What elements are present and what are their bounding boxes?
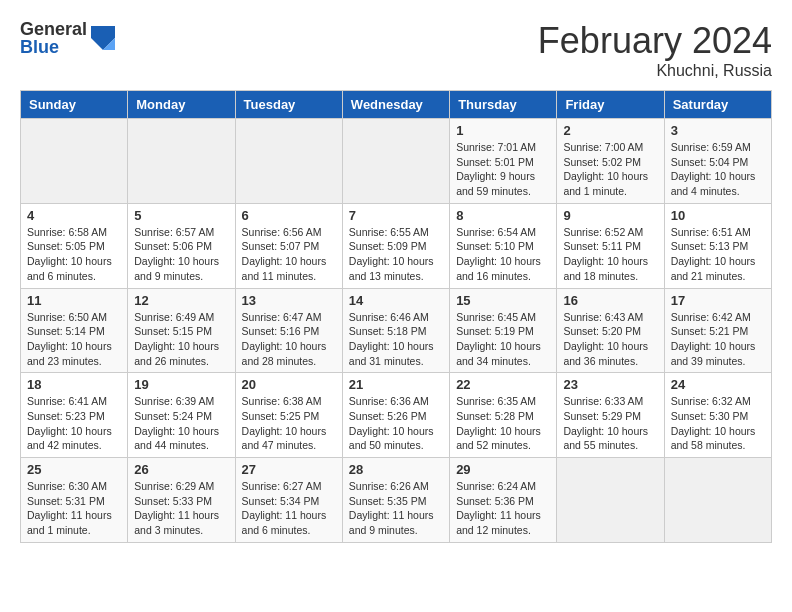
day-number: 1 <box>456 123 550 138</box>
day-number: 4 <box>27 208 121 223</box>
calendar-week-4: 18Sunrise: 6:41 AMSunset: 5:23 PMDayligh… <box>21 373 772 458</box>
logo: General Blue <box>20 20 115 56</box>
day-number: 7 <box>349 208 443 223</box>
day-info: Sunrise: 6:27 AMSunset: 5:34 PMDaylight:… <box>242 479 336 538</box>
calendar-header-thursday: Thursday <box>450 91 557 119</box>
calendar-header-friday: Friday <box>557 91 664 119</box>
calendar-header-wednesday: Wednesday <box>342 91 449 119</box>
page-header: General Blue February 2024 Khuchni, Russ… <box>20 20 772 80</box>
logo-general: General <box>20 20 87 38</box>
calendar-cell: 19Sunrise: 6:39 AMSunset: 5:24 PMDayligh… <box>128 373 235 458</box>
day-number: 18 <box>27 377 121 392</box>
calendar-cell: 23Sunrise: 6:33 AMSunset: 5:29 PMDayligh… <box>557 373 664 458</box>
calendar-cell: 11Sunrise: 6:50 AMSunset: 5:14 PMDayligh… <box>21 288 128 373</box>
calendar-cell <box>557 458 664 543</box>
day-info: Sunrise: 6:57 AMSunset: 5:06 PMDaylight:… <box>134 225 228 284</box>
day-info: Sunrise: 6:36 AMSunset: 5:26 PMDaylight:… <box>349 394 443 453</box>
calendar-cell: 2Sunrise: 7:00 AMSunset: 5:02 PMDaylight… <box>557 119 664 204</box>
calendar-header-monday: Monday <box>128 91 235 119</box>
day-number: 20 <box>242 377 336 392</box>
day-number: 17 <box>671 293 765 308</box>
day-info: Sunrise: 7:00 AMSunset: 5:02 PMDaylight:… <box>563 140 657 199</box>
calendar-cell: 22Sunrise: 6:35 AMSunset: 5:28 PMDayligh… <box>450 373 557 458</box>
day-number: 6 <box>242 208 336 223</box>
calendar-header-row: SundayMondayTuesdayWednesdayThursdayFrid… <box>21 91 772 119</box>
day-number: 22 <box>456 377 550 392</box>
calendar-cell: 21Sunrise: 6:36 AMSunset: 5:26 PMDayligh… <box>342 373 449 458</box>
day-info: Sunrise: 6:52 AMSunset: 5:11 PMDaylight:… <box>563 225 657 284</box>
calendar-cell <box>342 119 449 204</box>
day-number: 28 <box>349 462 443 477</box>
calendar-cell: 1Sunrise: 7:01 AMSunset: 5:01 PMDaylight… <box>450 119 557 204</box>
day-info: Sunrise: 6:32 AMSunset: 5:30 PMDaylight:… <box>671 394 765 453</box>
calendar-cell: 3Sunrise: 6:59 AMSunset: 5:04 PMDaylight… <box>664 119 771 204</box>
day-info: Sunrise: 6:50 AMSunset: 5:14 PMDaylight:… <box>27 310 121 369</box>
calendar-header-sunday: Sunday <box>21 91 128 119</box>
day-info: Sunrise: 6:39 AMSunset: 5:24 PMDaylight:… <box>134 394 228 453</box>
calendar-week-5: 25Sunrise: 6:30 AMSunset: 5:31 PMDayligh… <box>21 458 772 543</box>
day-number: 9 <box>563 208 657 223</box>
title-section: February 2024 Khuchni, Russia <box>538 20 772 80</box>
calendar-cell: 6Sunrise: 6:56 AMSunset: 5:07 PMDaylight… <box>235 203 342 288</box>
calendar-cell: 17Sunrise: 6:42 AMSunset: 5:21 PMDayligh… <box>664 288 771 373</box>
day-number: 25 <box>27 462 121 477</box>
day-info: Sunrise: 6:35 AMSunset: 5:28 PMDaylight:… <box>456 394 550 453</box>
calendar-cell: 27Sunrise: 6:27 AMSunset: 5:34 PMDayligh… <box>235 458 342 543</box>
day-number: 8 <box>456 208 550 223</box>
calendar-cell: 13Sunrise: 6:47 AMSunset: 5:16 PMDayligh… <box>235 288 342 373</box>
calendar-cell: 12Sunrise: 6:49 AMSunset: 5:15 PMDayligh… <box>128 288 235 373</box>
location: Khuchni, Russia <box>538 62 772 80</box>
day-number: 16 <box>563 293 657 308</box>
calendar-week-3: 11Sunrise: 6:50 AMSunset: 5:14 PMDayligh… <box>21 288 772 373</box>
day-info: Sunrise: 6:42 AMSunset: 5:21 PMDaylight:… <box>671 310 765 369</box>
calendar-header-saturday: Saturday <box>664 91 771 119</box>
calendar-header-tuesday: Tuesday <box>235 91 342 119</box>
day-info: Sunrise: 7:01 AMSunset: 5:01 PMDaylight:… <box>456 140 550 199</box>
calendar-cell <box>21 119 128 204</box>
day-number: 21 <box>349 377 443 392</box>
calendar-cell: 14Sunrise: 6:46 AMSunset: 5:18 PMDayligh… <box>342 288 449 373</box>
logo-text: General Blue <box>20 20 87 56</box>
day-number: 23 <box>563 377 657 392</box>
day-number: 11 <box>27 293 121 308</box>
calendar-cell: 9Sunrise: 6:52 AMSunset: 5:11 PMDaylight… <box>557 203 664 288</box>
calendar-cell: 20Sunrise: 6:38 AMSunset: 5:25 PMDayligh… <box>235 373 342 458</box>
day-number: 15 <box>456 293 550 308</box>
calendar-cell: 26Sunrise: 6:29 AMSunset: 5:33 PMDayligh… <box>128 458 235 543</box>
day-info: Sunrise: 6:54 AMSunset: 5:10 PMDaylight:… <box>456 225 550 284</box>
calendar-cell: 10Sunrise: 6:51 AMSunset: 5:13 PMDayligh… <box>664 203 771 288</box>
calendar-week-2: 4Sunrise: 6:58 AMSunset: 5:05 PMDaylight… <box>21 203 772 288</box>
month-title: February 2024 <box>538 20 772 62</box>
calendar-cell: 24Sunrise: 6:32 AMSunset: 5:30 PMDayligh… <box>664 373 771 458</box>
calendar-cell: 5Sunrise: 6:57 AMSunset: 5:06 PMDaylight… <box>128 203 235 288</box>
day-info: Sunrise: 6:58 AMSunset: 5:05 PMDaylight:… <box>27 225 121 284</box>
day-number: 29 <box>456 462 550 477</box>
calendar-cell: 8Sunrise: 6:54 AMSunset: 5:10 PMDaylight… <box>450 203 557 288</box>
day-number: 12 <box>134 293 228 308</box>
day-info: Sunrise: 6:29 AMSunset: 5:33 PMDaylight:… <box>134 479 228 538</box>
day-info: Sunrise: 6:45 AMSunset: 5:19 PMDaylight:… <box>456 310 550 369</box>
logo-icon <box>91 26 115 50</box>
calendar-week-1: 1Sunrise: 7:01 AMSunset: 5:01 PMDaylight… <box>21 119 772 204</box>
day-info: Sunrise: 6:47 AMSunset: 5:16 PMDaylight:… <box>242 310 336 369</box>
day-number: 2 <box>563 123 657 138</box>
calendar-cell: 28Sunrise: 6:26 AMSunset: 5:35 PMDayligh… <box>342 458 449 543</box>
calendar-cell: 18Sunrise: 6:41 AMSunset: 5:23 PMDayligh… <box>21 373 128 458</box>
day-info: Sunrise: 6:41 AMSunset: 5:23 PMDaylight:… <box>27 394 121 453</box>
calendar-cell <box>664 458 771 543</box>
day-number: 5 <box>134 208 228 223</box>
day-info: Sunrise: 6:51 AMSunset: 5:13 PMDaylight:… <box>671 225 765 284</box>
day-info: Sunrise: 6:30 AMSunset: 5:31 PMDaylight:… <box>27 479 121 538</box>
calendar-cell: 29Sunrise: 6:24 AMSunset: 5:36 PMDayligh… <box>450 458 557 543</box>
day-info: Sunrise: 6:46 AMSunset: 5:18 PMDaylight:… <box>349 310 443 369</box>
day-info: Sunrise: 6:59 AMSunset: 5:04 PMDaylight:… <box>671 140 765 199</box>
day-info: Sunrise: 6:43 AMSunset: 5:20 PMDaylight:… <box>563 310 657 369</box>
calendar-cell: 25Sunrise: 6:30 AMSunset: 5:31 PMDayligh… <box>21 458 128 543</box>
day-number: 19 <box>134 377 228 392</box>
day-number: 24 <box>671 377 765 392</box>
calendar-table: SundayMondayTuesdayWednesdayThursdayFrid… <box>20 90 772 543</box>
day-info: Sunrise: 6:49 AMSunset: 5:15 PMDaylight:… <box>134 310 228 369</box>
day-number: 10 <box>671 208 765 223</box>
day-info: Sunrise: 6:56 AMSunset: 5:07 PMDaylight:… <box>242 225 336 284</box>
day-info: Sunrise: 6:55 AMSunset: 5:09 PMDaylight:… <box>349 225 443 284</box>
